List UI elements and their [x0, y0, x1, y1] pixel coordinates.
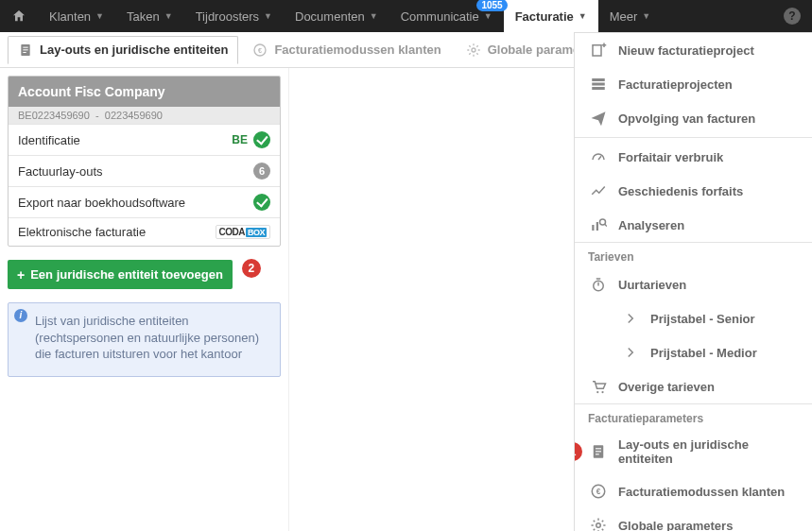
svg-rect-24 — [596, 448, 601, 449]
svg-rect-1 — [23, 46, 27, 47]
menu-label: Nieuw facturatieproject — [618, 43, 754, 58]
nav-communicatie[interactable]: Communicatie▼ 1055 — [389, 0, 504, 32]
nav-facturatie[interactable]: Facturatie▼ — [504, 0, 598, 32]
document-icon — [590, 443, 607, 460]
caret-down-icon: ▼ — [164, 11, 173, 21]
nav-home[interactable] — [0, 0, 38, 32]
vat-number: BE0223459690 — [18, 110, 90, 121]
nav-label: Facturatie — [515, 9, 574, 24]
menu-nieuw-facturatieproject[interactable]: Nieuw facturatieproject — [575, 33, 812, 67]
nav-klanten[interactable]: Klanten▼ — [38, 0, 115, 32]
projects-icon — [590, 76, 607, 93]
chevron-right-icon — [622, 344, 639, 361]
svg-point-29 — [596, 523, 601, 528]
caret-down-icon: ▼ — [370, 11, 378, 21]
document-icon — [18, 43, 33, 58]
svg-point-6 — [472, 48, 475, 52]
tab-facturatiemodussen[interactable]: € Facturatiemodussen klanten — [242, 36, 451, 64]
menu-label: Facturatieprojecten — [618, 77, 733, 92]
menu-overige-tarieven[interactable]: Overige tarieven — [575, 369, 812, 403]
menu-label: Lay-outs en juridische entiteiten — [618, 437, 799, 466]
top-nav: Klanten▼ Taken▼ Tijdroosters▼ Documenten… — [0, 0, 812, 32]
info-text: Lijst van juridische entiteiten (rechtsp… — [35, 313, 268, 363]
caret-down-icon: ▼ — [642, 11, 650, 21]
section-tarieven: Tarieven — [575, 242, 812, 267]
section-facturatieparameters: Facturatieparameters — [575, 403, 812, 429]
menu-layouts-entities[interactable]: 1 Lay-outs en juridische entiteiten — [575, 429, 812, 474]
country-code: BE — [232, 133, 248, 146]
menu-label: Facturatiemodussen klanten — [618, 485, 785, 499]
row-label: Export naar boekhoudsoftware — [18, 196, 185, 210]
nav-label: Meer — [610, 9, 638, 24]
svg-rect-12 — [592, 87, 605, 90]
menu-prijstabel-senior[interactable]: Prijstabel - Senior — [575, 301, 812, 335]
chart-icon — [590, 182, 607, 199]
nav-tijdroosters[interactable]: Tijdroosters▼ — [184, 0, 284, 32]
caret-down-icon: ▼ — [95, 11, 104, 21]
svg-rect-3 — [23, 52, 26, 53]
row-export[interactable]: Export naar boekhoudsoftware — [9, 186, 280, 217]
svg-rect-25 — [596, 451, 601, 452]
menu-analyseren[interactable]: Analyseren — [575, 208, 812, 242]
svg-rect-26 — [596, 454, 599, 454]
svg-line-17 — [605, 224, 607, 226]
caret-down-icon: ▼ — [264, 11, 272, 21]
menu-uurtarieven[interactable]: Uurtarieven — [575, 267, 812, 301]
add-entity-button[interactable]: + Een juridische entiteit toevoegen — [8, 260, 233, 289]
menu-facturatiemodussen[interactable]: € Facturatiemodussen klanten — [575, 474, 812, 508]
plus-icon: + — [17, 268, 25, 282]
analyze-icon — [590, 216, 607, 233]
callout-1: 1 — [574, 442, 582, 461]
menu-facturatieprojecten[interactable]: Facturatieprojecten — [575, 67, 812, 101]
count-badge: 6 — [253, 163, 270, 180]
nav-label: Tijdroosters — [196, 9, 259, 24]
info-box: i Lijst van juridische entiteiten (recht… — [8, 302, 281, 377]
menu-label: Geschiedenis forfaits — [618, 184, 743, 198]
help-icon[interactable]: ? — [784, 8, 801, 25]
check-icon — [253, 194, 270, 211]
registration-number: 0223459690 — [105, 110, 163, 121]
euro-icon: € — [590, 483, 607, 500]
nav-label: Taken — [127, 9, 160, 24]
entity-card[interactable]: Account Fisc Company BE0223459690 - 0223… — [8, 76, 281, 247]
menu-globale-parameters[interactable]: Globale parameters — [575, 508, 812, 531]
chevron-right-icon — [622, 310, 639, 327]
row-identificatie[interactable]: Identificatie BE — [9, 124, 280, 155]
left-panel: Account Fisc Company BE0223459690 - 0223… — [0, 68, 289, 531]
row-label: Factuurlay-outs — [18, 164, 103, 179]
svg-rect-2 — [23, 49, 27, 50]
nav-documenten[interactable]: Documenten▼ — [284, 0, 389, 32]
svg-rect-11 — [592, 83, 605, 86]
row-label: Elektronische facturatie — [18, 225, 146, 239]
menu-forfaitair-verbruik[interactable]: Forfaitair verbruik — [575, 140, 812, 174]
nav-taken[interactable]: Taken▼ — [115, 0, 184, 32]
tab-label: Lay-outs en juridische entiteiten — [40, 43, 228, 57]
tab-layouts-entities[interactable]: Lay-outs en juridische entiteiten — [8, 36, 238, 64]
codabox-logo: CODABOX — [216, 225, 270, 239]
svg-rect-14 — [592, 225, 594, 231]
button-label: Een juridische entiteit toevoegen — [30, 267, 223, 282]
svg-point-16 — [600, 219, 606, 225]
menu-prijstabel-medior[interactable]: Prijstabel - Medior — [575, 335, 812, 369]
home-icon — [11, 9, 26, 24]
nav-meer[interactable]: Meer▼ — [598, 0, 663, 32]
tab-label: Facturatiemodussen klanten — [274, 43, 441, 57]
menu-label: Prijstabel - Medior — [650, 346, 757, 360]
gear-icon — [590, 517, 607, 531]
row-label: Identificatie — [18, 133, 80, 147]
svg-text:€: € — [596, 488, 601, 496]
row-factuurlayouts[interactable]: Factuurlay-outs 6 — [9, 155, 280, 186]
nav-label: Communicatie — [401, 9, 479, 24]
menu-label: Forfaitair verbruik — [618, 150, 723, 164]
menu-label: Opvolging van facturen — [618, 111, 755, 126]
nav-label: Klanten — [49, 9, 91, 24]
menu-geschiedenis-forfaits[interactable]: Geschiedenis forfaits — [575, 174, 812, 208]
svg-rect-7 — [593, 45, 601, 56]
svg-line-13 — [598, 156, 601, 160]
send-icon — [590, 110, 607, 127]
svg-text:€: € — [258, 45, 262, 54]
menu-label: Globale parameters — [618, 519, 733, 532]
row-elektronische-facturatie[interactable]: Elektronische facturatie CODABOX — [9, 217, 280, 246]
menu-opvolging-facturen[interactable]: Opvolging van facturen — [575, 101, 812, 135]
gauge-icon — [590, 148, 607, 165]
